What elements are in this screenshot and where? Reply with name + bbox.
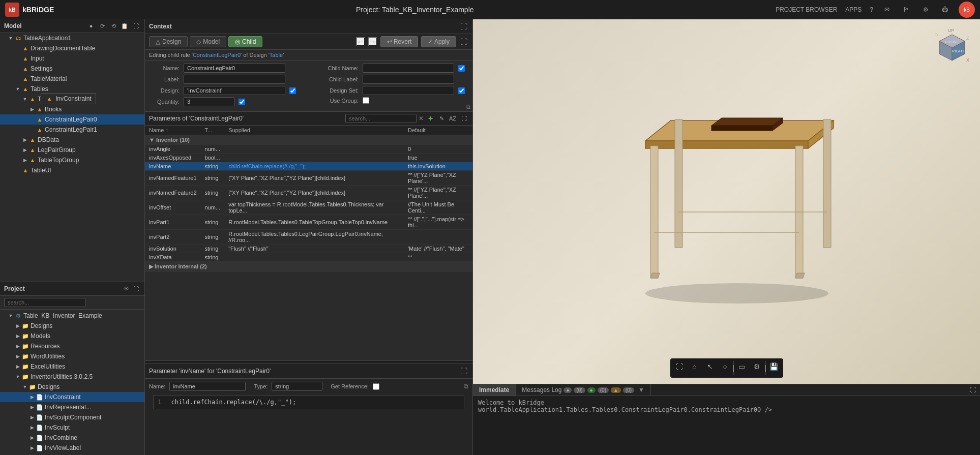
form-usegroup-checkbox[interactable] [363, 97, 369, 104]
params-search-clear[interactable]: ✕ [419, 115, 424, 122]
revert-button[interactable]: ↩ Revert [380, 36, 419, 47]
messages-tab[interactable]: Messages Log ● (0) ● (0) ▲ (0) ▼ [516, 384, 651, 396]
proj-item-resources[interactable]: ▶ 📁 Resources [0, 341, 144, 351]
param-detail-type-input[interactable] [272, 382, 322, 391]
nav-power-icon[interactable]: ⏻ [939, 4, 951, 15]
nav-settings-icon[interactable]: ⚙ [920, 4, 931, 15]
proj-item-invconstraint[interactable]: ▶ 📄 InvConstraint [0, 392, 144, 402]
messages-dropdown-icon[interactable]: ▼ [638, 386, 644, 393]
tree-item-tables[interactable]: ▼ ▲ Tables [0, 84, 144, 94]
proj-item-invcombinecomponent[interactable]: ▶ 📄 InvCombineComponent [0, 453, 144, 455]
proj-item-invsculpt[interactable]: ▶ 📄 InvSculpt [0, 422, 144, 433]
tree-item-books[interactable]: ▶ ▲ Books [0, 104, 144, 114]
form-name-input[interactable] [184, 64, 285, 73]
table-row[interactable]: invPart2 string R.rootModel.Tables.Table… [145, 230, 472, 245]
form-designset-input[interactable] [363, 86, 454, 95]
vp-btn-save[interactable]: 💾 [767, 359, 781, 374]
form-design-checkbox[interactable] [289, 87, 296, 94]
proj-item-inventorutilities[interactable]: ▼ 📁 InventorUtilities 3.0.2.5 [0, 372, 144, 382]
proj-item-invrepresentat[interactable]: ▶ 📄 InvRepresentat... [0, 402, 144, 412]
nav-apps[interactable]: APPS [845, 6, 862, 13]
form-childname-checkbox[interactable] [458, 65, 465, 72]
proj-item-wordutilities[interactable]: ▶ 📁 WordUtilities [0, 351, 144, 361]
tree-item-tablematerial[interactable]: ▲ TableMaterial [0, 74, 144, 84]
vp-btn-gear[interactable]: ⚙ [750, 359, 764, 374]
context-maximize[interactable]: ⛶ [459, 37, 468, 47]
tree-item-tableui[interactable]: ▲ TableUI [0, 165, 144, 175]
params-sort-az-icon[interactable]: AZ [448, 114, 457, 123]
param-detail-expand[interactable]: ⛶ [459, 366, 468, 376]
tree-item-drawing[interactable]: ▲ DrawingDocumentTable [0, 43, 144, 53]
model-icon-4[interactable]: 📋 [120, 21, 129, 31]
proj-item-invviewlabel[interactable]: ▶ 📄 InvViewLabel [0, 443, 144, 453]
immediate-tab[interactable]: Immediate [473, 384, 516, 396]
vp-btn-home[interactable]: ⌂ [688, 359, 702, 374]
form-design-input[interactable] [184, 86, 285, 95]
tree-item-tableapp[interactable]: ▼ 🗂 TableApplication1 [0, 33, 144, 43]
proj-item-inv-designs[interactable]: ▼ 📁 Designs [0, 382, 144, 392]
proj-item-invcombine[interactable]: ▶ 📄 InvCombine [0, 433, 144, 443]
proj-item-designs[interactable]: ▶ 📁 Designs [0, 321, 144, 331]
form-quantity-input[interactable] [184, 97, 234, 106]
proj-item-models[interactable]: ▶ 📁 Models [0, 331, 144, 341]
table-row[interactable]: invAxesOpposed bool... true [145, 154, 472, 162]
params-group-internal[interactable]: ▶ Inventor Internal (2) [145, 262, 472, 272]
tab-design[interactable]: △ Design [149, 36, 188, 47]
table-row[interactable]: invNamedFeature1 string ["XY Plane","XZ … [145, 171, 472, 186]
tree-item-tabletopgroup[interactable]: ▶ ▲ TableTopGroup [0, 155, 144, 165]
param-detail-getref-checkbox[interactable] [373, 383, 379, 390]
nav-email-icon[interactable]: ✉ [881, 4, 893, 15]
params-expand-icon[interactable]: ⛶ [459, 114, 468, 123]
apply-button[interactable]: ✓ Apply [421, 36, 456, 47]
table-row[interactable]: invSolution string "Flush" //"Flush" 'Ma… [145, 245, 472, 253]
model-icon-1[interactable]: ● [86, 21, 96, 31]
params-add-icon[interactable]: ✚ [426, 114, 435, 123]
nav-help[interactable]: ? [870, 6, 873, 13]
param-detail-copy-icon[interactable]: ⧉ [464, 383, 468, 390]
form-copy-icon[interactable]: ⧉ [466, 103, 470, 110]
vp-btn-box[interactable]: ▭ [735, 359, 749, 374]
table-row[interactable]: invAngle num... 0 [145, 145, 472, 154]
form-quantity-checkbox[interactable] [239, 99, 245, 105]
proj-item-invsculptcomponent[interactable]: ▶ 📄 InvSculptComponent [0, 412, 144, 422]
immediate-expand-btn[interactable]: ⛶ [970, 386, 980, 393]
tree-item-dbdata[interactable]: ▶ ▲ DBData [0, 135, 144, 145]
model-icon-3[interactable]: ⟲ [109, 21, 118, 31]
tree-item-legpairgroup[interactable]: ▶ ▲ LegPairGroup [0, 145, 144, 155]
params-search-input[interactable] [345, 114, 417, 123]
toolbar-redo[interactable]: ↪ [368, 37, 377, 46]
form-label-input[interactable] [184, 75, 285, 84]
project-search-input[interactable] [4, 298, 85, 307]
table-row[interactable]: invXData string ** [145, 253, 472, 262]
nav-project-browser[interactable]: PROJECT BROWSER [776, 6, 837, 13]
nav-flag-icon[interactable]: 🏳 [901, 4, 912, 15]
params-edit-icon[interactable]: ✎ [437, 114, 446, 123]
vp-btn-cursor[interactable]: ↖ [703, 359, 717, 374]
tab-model[interactable]: ◇ Model [190, 36, 226, 47]
params-group-inventor[interactable]: ▼ Inventor (10) [145, 135, 472, 145]
user-avatar[interactable]: kB [959, 2, 975, 18]
context-close-button[interactable]: ⛶ [459, 21, 468, 32]
table-row[interactable]: invName string child.refChain.replace(/\… [145, 162, 472, 171]
tree-item-constraintlegpair0[interactable]: ▲ ConstraintLegPair0 [0, 114, 144, 125]
proj-item-excelutilities[interactable]: ▶ 📁 ExcelUtilities [0, 361, 144, 372]
param-detail-name-input[interactable] [169, 382, 246, 391]
table-row[interactable]: invPart1 string R.rootModel.Tables.Table… [145, 215, 472, 230]
table-row[interactable]: invNamedFeature2 string ["XY Plane","XZ … [145, 186, 472, 200]
tree-item-table0[interactable]: ▼ ▲ Tabl... ▲ InvConstraint [0, 94, 144, 104]
model-icon-expand[interactable]: ⛶ [131, 21, 140, 31]
model-icon-2[interactable]: ⟳ [98, 21, 107, 31]
table-row[interactable]: invOffset num... var topThickness = R.ro… [145, 200, 472, 215]
form-childname-input[interactable] [363, 64, 454, 73]
form-childlabel-input[interactable] [363, 75, 454, 84]
param-code-editor[interactable]: 1 child.refChain.replace(/\./g,"_"); [153, 395, 464, 409]
tree-item-constraintlegpair1[interactable]: ▲ ConstraintLegPair1 [0, 125, 144, 135]
toolbar-undo[interactable]: ↩ [356, 37, 365, 46]
vp-btn-expand[interactable]: ⛶ [672, 359, 687, 374]
proj-item-root[interactable]: ▼ ⚙ Table_KB_Inventor_Example [0, 311, 144, 321]
form-designset-checkbox[interactable] [458, 87, 465, 94]
tree-item-settings[interactable]: ▲ Settings [0, 64, 144, 74]
vp-btn-circle[interactable]: ○ [718, 359, 732, 374]
tab-child[interactable]: ◎ Child [228, 36, 262, 47]
tree-item-input[interactable]: ▲ Input [0, 53, 144, 64]
